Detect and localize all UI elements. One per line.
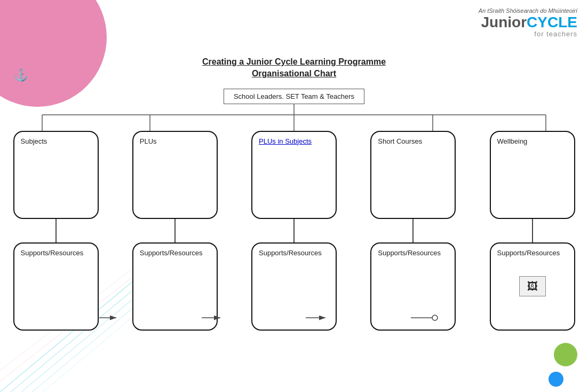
box-wellbeing: Wellbeing <box>490 131 575 219</box>
box-plus-subjects: PLUs in Subjects <box>251 131 337 219</box>
logo-text: JuniorCYCLE <box>479 15 577 30</box>
support-subjects-label: Supports/Resources <box>21 249 84 257</box>
support-plus-subjects-label: Supports/Resources <box>259 249 322 257</box>
logo-tagline: An tSraith Shóisearach do Mhúinteoirí <box>479 7 577 14</box>
support-short-courses-label: Supports/Resources <box>378 249 441 257</box>
top-node-label: School Leaders. SET Team & Teachers <box>234 92 354 100</box>
logo-cycle: CYCLE <box>527 14 577 30</box>
v-connector-wellbeing <box>532 219 533 242</box>
box-plus-subjects-label[interactable]: PLUs in Subjects <box>259 137 312 145</box>
logo-for-teachers: for teachers <box>479 30 577 38</box>
image-icon: 🖼 <box>527 280 538 293</box>
box-wellbeing-label: Wellbeing <box>497 137 528 145</box>
logo-junior: Junior <box>481 14 527 30</box>
chart-content: Creating a Junior Cycle Learning Program… <box>0 56 588 331</box>
image-placeholder: 🖼 <box>519 276 546 296</box>
col-subjects: Subjects Supports/Resources <box>4 131 108 331</box>
box-short-courses: Short Courses <box>370 131 456 219</box>
box-subjects-label: Subjects <box>21 137 47 145</box>
top-connector-lines <box>1 104 587 131</box>
support-box-plus: Supports/Resources <box>132 242 218 331</box>
support-box-wellbeing: Supports/Resources 🖼 <box>490 242 575 331</box>
col-wellbeing: Wellbeing Supports/Resources 🖼 <box>480 131 584 331</box>
v-connector-plus-subjects <box>293 219 295 242</box>
v-connector-plus <box>174 219 176 242</box>
col-short-courses: Short Courses Supports/Resources <box>361 131 465 331</box>
support-plus-label: Supports/Resources <box>140 249 203 257</box>
box-subjects: Subjects <box>13 131 99 219</box>
support-box-plus-subjects: Supports/Resources <box>251 242 337 331</box>
chart-title: Creating a Junior Cycle Learning Program… <box>0 56 588 80</box>
support-box-subjects: Supports/Resources <box>13 242 99 331</box>
decorative-green-circle <box>554 343 577 366</box>
decorative-blue-circle <box>549 372 563 387</box>
v-connector-short-courses <box>412 219 414 242</box>
logo-area: An tSraith Shóisearach do Mhúinteoirí Ju… <box>479 7 577 38</box>
org-chart: School Leaders. SET Team & Teachers Subj… <box>1 89 587 331</box>
box-plus: PLUs <box>132 131 218 219</box>
col-plus: PLUs Supports/Resources <box>123 131 227 331</box>
col-plus-subjects: PLUs in Subjects Supports/Resources <box>242 131 346 331</box>
top-node: School Leaders. SET Team & Teachers <box>224 89 364 104</box>
support-wellbeing-label: Supports/Resources <box>497 249 560 257</box>
box-plus-label: PLUs <box>140 137 157 145</box>
support-box-short-courses: Supports/Resources <box>370 242 456 331</box>
main-boxes-row: Subjects Supports/Resources PLUs Support… <box>1 131 587 331</box>
anchor-icon: ⚓ <box>14 68 28 82</box>
box-short-courses-label: Short Courses <box>378 137 422 145</box>
top-node-wrapper: School Leaders. SET Team & Teachers <box>1 89 587 104</box>
v-connector-subjects <box>55 219 57 242</box>
